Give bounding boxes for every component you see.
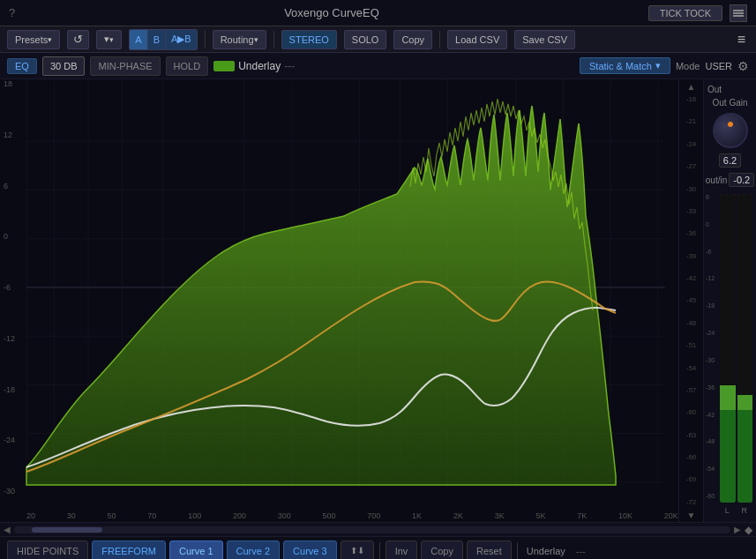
scroll-down-arrow[interactable]: ▼ xyxy=(679,508,703,522)
user-label: USER xyxy=(705,61,732,71)
x-axis-labels: 20 30 50 70 100 200 300 500 700 1K 2K 3K… xyxy=(26,511,678,520)
meter-label: -48 xyxy=(706,438,715,444)
db-label: -54 xyxy=(686,364,697,372)
scroll-left-arrow[interactable]: ◀ xyxy=(4,525,11,534)
db-label: -51 xyxy=(686,341,697,349)
curve1-button[interactable]: Curve 1 xyxy=(169,540,223,560)
db-label: -24 xyxy=(686,140,697,148)
out-gain-knob[interactable] xyxy=(713,113,748,148)
static-match-button[interactable]: Static & Match ▾ xyxy=(580,57,670,74)
question-icon[interactable]: ? xyxy=(9,6,15,19)
out-gain-label: Out Gain xyxy=(712,98,747,108)
inv-button[interactable]: Inv xyxy=(385,540,418,560)
extra-button[interactable]: ▾ xyxy=(96,30,122,49)
up-down-button[interactable]: ⬆⬇ xyxy=(341,540,374,560)
db30-button[interactable]: 30 DB xyxy=(42,56,86,76)
x-label: 1K xyxy=(412,511,422,520)
db-label: -66 xyxy=(686,453,697,461)
db-label: -72 xyxy=(686,498,697,506)
menu-button[interactable]: ≡ xyxy=(734,32,749,48)
plugin-name-button[interactable]: TICK TOCK xyxy=(648,5,722,21)
db-label: -48 xyxy=(686,319,697,327)
copy-curve-button[interactable]: Copy xyxy=(421,540,463,560)
ab-a-button[interactable]: A xyxy=(130,30,147,49)
meter-l xyxy=(720,194,736,503)
solo-button[interactable]: SOLO xyxy=(344,30,387,49)
mode-label: Mode xyxy=(676,61,700,71)
scroll-up-arrow[interactable]: ▲ xyxy=(679,79,703,93)
freeform-button[interactable]: FREEFORM xyxy=(92,540,166,560)
presets-button[interactable]: Presets xyxy=(7,30,60,49)
db-label: -69 xyxy=(686,475,697,483)
routing-button[interactable]: Routing xyxy=(213,30,266,49)
title-right-controls: TICK TOCK xyxy=(648,4,747,22)
curve3-button[interactable]: Curve 3 xyxy=(283,540,337,560)
db-label: -60 xyxy=(686,408,697,416)
x-label: 2K xyxy=(453,511,463,520)
meter-label: -12 xyxy=(706,275,715,281)
underlay-indicator: Underlay --- xyxy=(213,60,295,72)
db-label: -21 xyxy=(686,117,697,125)
eq-controls-bar: EQ 30 DB MIN-PHASE HOLD Underlay --- Sta… xyxy=(0,53,756,79)
toolbar-separator-3 xyxy=(439,31,440,48)
stereo-button[interactable]: STEREO xyxy=(281,30,337,49)
x-label: 50 xyxy=(108,511,116,520)
x-label: 300 xyxy=(278,511,291,520)
scroll-thumb-h xyxy=(32,527,102,533)
underlay-color-swatch xyxy=(213,61,235,71)
app-title: Voxengo CurveEQ xyxy=(15,6,647,19)
db-label: -45 xyxy=(686,296,697,304)
scroll-right-arrow[interactable]: ▶ xyxy=(734,525,741,534)
x-label: 200 xyxy=(233,511,246,520)
x-label: 30 xyxy=(67,511,76,520)
y-label: 12 xyxy=(4,130,15,139)
refresh-button[interactable]: ↺ xyxy=(67,30,89,49)
x-label: 70 xyxy=(147,511,156,520)
y-axis-labels: 18 12 6 0 -6 -12 -18 -24 -30 xyxy=(4,79,15,496)
save-csv-button[interactable]: Save CSV xyxy=(514,30,575,49)
underlay-value: --- xyxy=(284,60,295,72)
scroll-track-h[interactable] xyxy=(14,526,730,533)
x-label: 20K xyxy=(664,511,678,520)
x-label: 20 xyxy=(26,511,35,520)
curve2-button[interactable]: Curve 2 xyxy=(227,540,281,560)
ab-b-button[interactable]: B xyxy=(148,30,166,49)
db-label: -30 xyxy=(686,185,697,193)
minimize-icon xyxy=(733,10,744,17)
diamond-button[interactable]: ◆ xyxy=(745,524,752,536)
ab-copy-button[interactable]: A▶B xyxy=(166,30,197,49)
meter-label: 0 xyxy=(706,221,715,227)
eq-display[interactable]: 18 12 6 0 -6 -12 -18 -24 -30 xyxy=(0,79,678,522)
x-label: 5K xyxy=(535,511,545,520)
y-label: -24 xyxy=(4,436,15,444)
y-label: -12 xyxy=(4,334,15,343)
out-label: Out xyxy=(707,85,722,94)
meter-r xyxy=(737,194,753,503)
meter-label: -60 xyxy=(706,493,715,499)
toolbar-separator xyxy=(205,31,206,48)
meter-label: -30 xyxy=(706,357,715,363)
load-csv-button[interactable]: Load CSV xyxy=(447,30,507,49)
x-label: 7K xyxy=(577,511,587,520)
copy-button[interactable]: Copy xyxy=(393,30,432,49)
static-match-arrow: ▾ xyxy=(655,60,661,71)
min-phase-button[interactable]: MIN-PHASE xyxy=(90,56,160,76)
x-label: 500 xyxy=(323,511,336,520)
meter-label: -36 xyxy=(706,384,715,391)
meter-label: -6 xyxy=(706,249,715,255)
gear-button[interactable]: ⚙ xyxy=(737,59,749,73)
minimize-button[interactable] xyxy=(730,4,747,22)
y-label: 6 xyxy=(4,182,15,190)
x-label: 100 xyxy=(188,511,201,520)
toolbar: Presets ↺ ▾ A B A▶B Routing STEREO SOLO … xyxy=(0,26,756,53)
hide-points-button[interactable]: HIDE POINTS xyxy=(7,540,88,560)
knob-indicator xyxy=(727,121,734,128)
hold-button[interactable]: HOLD xyxy=(166,56,209,76)
meter-label: -24 xyxy=(706,330,715,336)
reset-button[interactable]: Reset xyxy=(467,540,512,560)
eq-tab[interactable]: EQ xyxy=(7,58,37,74)
db-label: -18 xyxy=(686,95,697,103)
static-match-label: Static & Match xyxy=(589,61,652,71)
y-label: -6 xyxy=(4,283,15,292)
underlay-dash: --- xyxy=(573,546,589,556)
